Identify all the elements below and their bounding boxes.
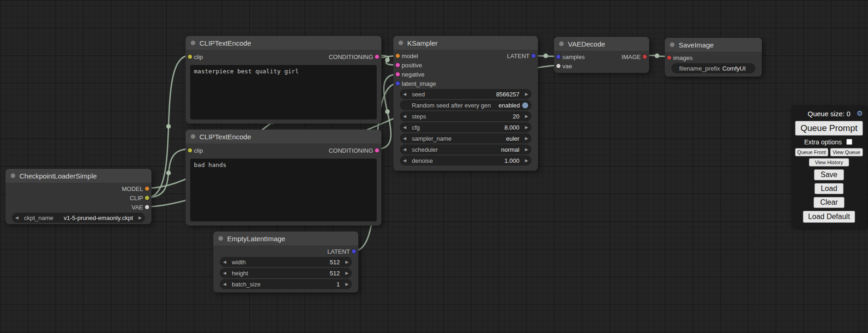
arrow-right-icon[interactable]: ▶: [522, 114, 528, 119]
arrow-left-icon[interactable]: ◀: [223, 260, 229, 264]
collapse-dot-icon[interactable]: [398, 41, 403, 45]
load-default-button[interactable]: Load Default: [803, 211, 855, 223]
widget-value: ComfyUI: [722, 65, 746, 72]
collapse-dot-icon[interactable]: [670, 42, 675, 47]
arrow-left-icon[interactable]: ◀: [223, 282, 229, 286]
positive-prompt-textarea[interactable]: masterpiece best quality girl: [190, 65, 377, 119]
widget-label: denoise: [412, 157, 433, 164]
arrow-right-icon[interactable]: ▶: [522, 125, 528, 130]
extra-options-checkbox[interactable]: [846, 139, 852, 145]
conditioning-output-dot[interactable]: [375, 55, 379, 59]
menu-header: Queue size: 0 ⚙: [795, 109, 863, 119]
height-widget[interactable]: ◀ height 512 ▶: [220, 268, 352, 278]
collapse-dot-icon[interactable]: [559, 42, 564, 46]
slot-label: clip: [194, 54, 203, 60]
arrow-right-icon[interactable]: ▶: [342, 282, 349, 286]
node-title-bar[interactable]: CLIPTextEncode: [186, 36, 381, 50]
width-widget[interactable]: ◀ width 512 ▶: [220, 257, 352, 267]
vae-input-dot[interactable]: [556, 64, 561, 68]
model-input-dot[interactable]: [396, 54, 400, 58]
comfy-menu: Queue size: 0 ⚙ Queue Prompt Extra optio…: [791, 106, 867, 227]
arrow-left-icon[interactable]: ◀: [403, 148, 410, 152]
sampler-name-widget[interactable]: ◀ sampler_name euler ▶: [400, 133, 531, 143]
conditioning-output-dot[interactable]: [375, 149, 379, 153]
node-title-bar[interactable]: VAEDecode: [554, 37, 649, 51]
batch-size-widget[interactable]: ◀ batch_size 1 ▶: [220, 279, 352, 289]
clip-output-dot[interactable]: [145, 196, 149, 200]
widget-label: scheduler: [412, 146, 438, 153]
link-midpoint-dot: [166, 124, 171, 129]
arrow-right-icon[interactable]: ▶: [522, 92, 528, 96]
slot-label: IMAGE: [621, 54, 641, 60]
arrow-right-icon[interactable]: ▶: [135, 216, 142, 220]
samples-input-dot[interactable]: [556, 55, 561, 59]
node-save-image[interactable]: SaveImage images filename_prefix ComfyUI: [665, 38, 762, 77]
clip-input-dot[interactable]: [188, 55, 192, 59]
queue-prompt-button[interactable]: Queue Prompt: [795, 121, 863, 136]
node-title-bar[interactable]: CheckpointLoaderSimple: [6, 169, 151, 183]
arrow-right-icon[interactable]: ▶: [342, 260, 349, 264]
node-title: KSampler: [407, 39, 438, 47]
scheduler-widget[interactable]: ◀ scheduler normal ▶: [400, 144, 531, 155]
positive-input-dot[interactable]: [396, 63, 400, 67]
latent-image-input-dot[interactable]: [396, 82, 400, 86]
link-midpoint-dot: [166, 171, 171, 175]
random-seed-toggle[interactable]: Random seed after every gen enabled: [400, 100, 531, 110]
arrow-right-icon[interactable]: ▶: [522, 137, 528, 141]
node-title-bar[interactable]: EmptyLatentImage: [213, 232, 358, 245]
latent-output-dot[interactable]: [352, 250, 356, 254]
view-history-button[interactable]: View History: [809, 158, 849, 166]
steps-widget[interactable]: ◀ steps 20 ▶: [400, 111, 531, 121]
slot-label: clip: [194, 147, 203, 154]
image-output-dot[interactable]: [643, 55, 647, 59]
node-title-bar[interactable]: KSampler: [393, 36, 538, 50]
widget-label: steps: [412, 113, 426, 120]
collapse-dot-icon[interactable]: [191, 134, 195, 139]
arrow-left-icon[interactable]: ◀: [403, 114, 410, 119]
arrow-left-icon[interactable]: ◀: [403, 125, 410, 130]
arrow-right-icon[interactable]: ▶: [342, 271, 349, 275]
collapse-dot-icon[interactable]: [218, 236, 223, 241]
vae-output-dot[interactable]: [145, 205, 149, 209]
node-clip-text-encode-positive[interactable]: CLIPTextEncode clip CONDITIONING masterp…: [186, 36, 381, 124]
model-output-dot[interactable]: [145, 187, 149, 191]
arrow-left-icon[interactable]: ◀: [15, 216, 22, 220]
collapse-dot-icon[interactable]: [191, 41, 195, 45]
clear-button[interactable]: Clear: [814, 197, 844, 208]
arrow-left-icon[interactable]: ◀: [223, 271, 229, 275]
cfg-widget[interactable]: ◀ cfg 8.000 ▶: [400, 122, 531, 132]
filename-prefix-widget[interactable]: filename_prefix ComfyUI: [671, 63, 755, 73]
negative-input-dot[interactable]: [396, 72, 400, 77]
save-button[interactable]: Save: [814, 169, 844, 180]
queue-front-button[interactable]: Queue Front: [795, 148, 828, 156]
collapse-dot-icon[interactable]: [11, 173, 15, 178]
node-clip-text-encode-negative[interactable]: CLIPTextEncode clip CONDITIONING bad han…: [186, 130, 381, 226]
arrow-right-icon[interactable]: ▶: [522, 148, 528, 152]
images-input-dot[interactable]: [667, 56, 671, 60]
node-checkpoint-loader-simple[interactable]: CheckpointLoaderSimple MODEL CLIP VAE ◀ …: [6, 169, 151, 224]
clip-input-dot[interactable]: [188, 149, 192, 153]
latent-output-dot[interactable]: [531, 54, 536, 58]
node-title-bar[interactable]: SaveImage: [665, 38, 762, 52]
node-empty-latent-image[interactable]: EmptyLatentImage LATENT ◀ width 512 ▶ ◀ …: [213, 232, 358, 292]
widget-value: 8566257: [496, 91, 519, 98]
node-title-bar[interactable]: CLIPTextEncode: [186, 130, 381, 143]
slot-label: vae: [562, 63, 572, 70]
seed-widget[interactable]: ◀ seed 8566257 ▶: [400, 89, 531, 99]
arrow-left-icon[interactable]: ◀: [403, 137, 410, 141]
arrow-left-icon[interactable]: ◀: [403, 159, 410, 163]
ckpt-name-widget[interactable]: ◀ ckpt_name v1-5-pruned-emaonly.ckpt ▶: [12, 213, 145, 223]
arrow-right-icon[interactable]: ▶: [522, 159, 528, 163]
load-button[interactable]: Load: [814, 183, 844, 194]
denoise-widget[interactable]: ◀ denoise 1.000 ▶: [400, 155, 531, 166]
output-slot-model: MODEL: [6, 184, 151, 193]
toggle-on-dot[interactable]: [522, 102, 528, 108]
node-vae-decode[interactable]: VAEDecode samples IMAGE vae: [554, 37, 649, 73]
comfyui-canvas[interactable]: { "colors": { "MODEL": "#d9862c", "CLIP"…: [0, 0, 868, 333]
negative-prompt-textarea[interactable]: bad hands: [190, 159, 377, 221]
gear-icon[interactable]: ⚙: [857, 109, 863, 118]
input-slot-latent-image: latent_image: [393, 79, 538, 88]
view-queue-button[interactable]: View Queue: [830, 148, 863, 156]
node-ksampler[interactable]: KSampler model LATENT positive negative …: [393, 36, 538, 171]
arrow-left-icon[interactable]: ◀: [403, 92, 410, 96]
